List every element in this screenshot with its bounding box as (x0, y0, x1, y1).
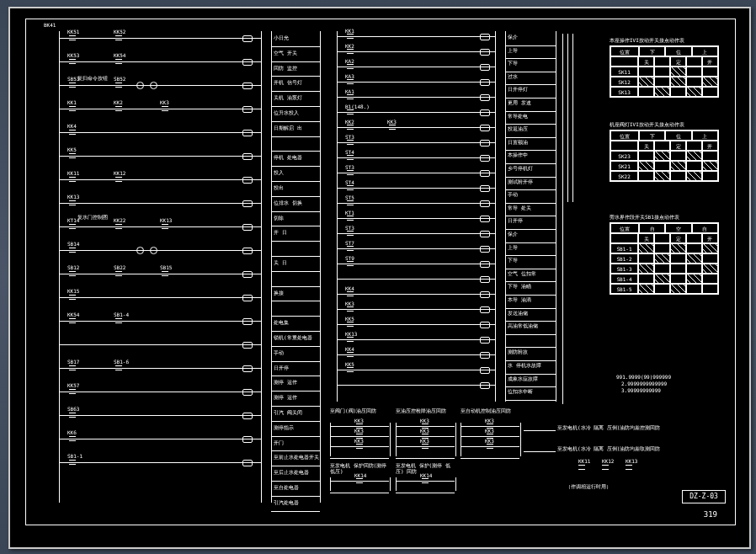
contact-label: SB52 (114, 76, 125, 82)
contact-label: KK3 (354, 418, 364, 423)
rung-desc: 常导 处关 (508, 205, 555, 210)
coil (480, 64, 490, 71)
rung (59, 132, 261, 133)
state-cell (686, 171, 702, 181)
rung (337, 385, 495, 386)
contact (347, 306, 354, 312)
contact-label: KK4 (67, 123, 77, 129)
contact-label: KK3 (345, 301, 354, 306)
state-cell (670, 151, 686, 161)
table-subheader (686, 233, 702, 243)
state-cell (638, 67, 654, 77)
contact (115, 177, 122, 182)
rung (337, 339, 495, 340)
desc-column-1: 小日光空气 开关回防 监控开机 信号灯关机 油泵灯位升水投入日期解启 出停机 处… (271, 24, 322, 504)
state-cell (670, 264, 686, 274)
coil (480, 231, 490, 237)
state-cell (686, 77, 702, 87)
contact-label: ST3 (345, 134, 354, 140)
rung-desc: 空气 开关 (274, 50, 319, 56)
rung (59, 439, 261, 439)
gen-note-3: 3.99999999999 (621, 387, 661, 393)
state-cell (686, 264, 702, 274)
rung-desc: 日开停 (508, 218, 555, 223)
contact (115, 271, 122, 276)
contact-label: KK2 (114, 99, 123, 105)
contact-label: ST4 (345, 179, 354, 185)
coil (242, 224, 253, 231)
lamp-icon (150, 82, 157, 89)
ladder-column-1: BK41 KK51KK52KK53KK54SB53SB52KK1KK2KK3KK… (44, 24, 263, 504)
state-cell (638, 243, 654, 253)
table-subheader (654, 233, 670, 243)
coil (480, 79, 490, 86)
contact (347, 261, 354, 266)
table-header: 位置 (610, 46, 639, 56)
rung (59, 109, 261, 109)
table-subheader: 关 (638, 233, 654, 243)
rung (337, 188, 495, 189)
state-cell (702, 77, 718, 87)
contact (115, 106, 122, 111)
contact-label: ST4 (345, 149, 354, 155)
state-cell (654, 284, 670, 294)
rung-desc: 引汽 阀关闭 (274, 409, 319, 415)
rung-desc: 本导 油滴 (508, 297, 555, 302)
contact-label: ST3 (345, 164, 354, 170)
state-cell (686, 284, 702, 294)
coil (242, 200, 253, 207)
rung (59, 274, 261, 274)
action-table: 位置下位上关定开SK11SK12SK13 (610, 45, 719, 98)
contact-label: KK13 (67, 194, 79, 200)
rung (337, 218, 495, 219)
contact (347, 34, 354, 39)
contact-label: KK52 (114, 29, 125, 35)
rung-desc: 手动 (274, 349, 319, 355)
contact (422, 444, 429, 449)
rung-desc: 日开停 (274, 365, 319, 370)
coil (242, 271, 253, 278)
rung (337, 203, 495, 204)
rung (59, 250, 261, 251)
action-table: 位置自空自关定开SB1-1SB1-2SB1-3SB1-4SB1-5 (610, 222, 719, 295)
lamp-icon (136, 247, 144, 254)
rung (337, 67, 495, 67)
rung-desc: 水 停机水故障 (508, 363, 555, 368)
rung-desc: 位升水投入 (274, 109, 319, 115)
state-cell (654, 151, 670, 161)
coil (480, 261, 490, 268)
coil (242, 436, 253, 443)
contact-label: KK3 (485, 428, 494, 434)
contact-label: SB12 (67, 264, 79, 270)
contact-label: SB1-4 (114, 312, 129, 317)
state-cell (686, 67, 702, 77)
sub-block-title: 至油压控检降油压回防 (396, 408, 455, 413)
rung (337, 173, 495, 173)
rung (59, 179, 261, 180)
rung (59, 297, 261, 298)
row-name: SK23 (610, 151, 638, 161)
state-cell (702, 284, 718, 294)
rung (337, 233, 495, 234)
contact (347, 125, 354, 130)
table-subheader (686, 141, 702, 151)
rung (337, 157, 495, 158)
rung (337, 51, 495, 52)
rung (59, 226, 261, 227)
rail-right-2 (495, 31, 496, 402)
drawing-content[interactable]: BK41 KK51KK52KK53KK54SB53SB52KK1KK2KK3KK… (27, 20, 732, 522)
sub-block-title: 至阀门(阀)油压回防 (330, 408, 389, 413)
state-cell (670, 253, 686, 264)
state-cell (686, 161, 702, 171)
rung (337, 354, 495, 355)
rail-right (261, 31, 262, 503)
rung-desc: 上导 (508, 48, 555, 53)
contact (626, 465, 632, 470)
rung-desc: 投出 (274, 184, 319, 190)
row-name: SK13 (610, 87, 638, 97)
coil (480, 140, 490, 146)
state-cell (654, 264, 670, 274)
contact-label: KK5 (345, 316, 354, 322)
contact (347, 246, 354, 251)
contact-label: KK3 (485, 418, 494, 423)
